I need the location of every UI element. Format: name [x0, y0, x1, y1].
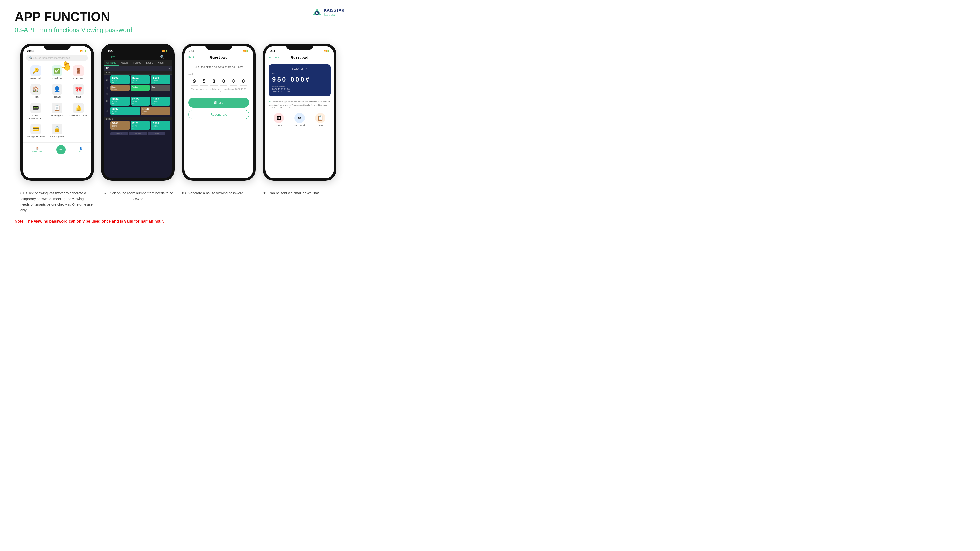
p2-search-icon[interactable]: 🔍 [160, 55, 164, 59]
room-b203[interactable]: B203 100% ■■ [151, 121, 170, 130]
icon-staff[interactable]: 🎀 Staff [68, 82, 89, 100]
pwd-char-3: 0 [210, 77, 218, 86]
icon-label-notification: Notification Center [69, 114, 88, 117]
desc-1: 01. Click "Viewing Password" to generate… [20, 191, 94, 213]
p4-action-copy[interactable]: 📋 Copy [315, 113, 325, 127]
share-icon: 🖼 [274, 113, 284, 123]
icon-box-device: 📟 [30, 103, 41, 113]
icon-label-checkout: Check out [52, 77, 62, 79]
tab-about[interactable]: About [156, 60, 167, 66]
p3-back-btn[interactable]: Back [188, 56, 194, 59]
room-b108[interactable]: B108 100% ■■ [141, 106, 170, 115]
room-b105[interactable]: B105 100% ■■ [131, 97, 150, 106]
icon-label-mgmt: Management card [27, 135, 45, 138]
pwd-char-6: 0 [240, 77, 247, 86]
p4-copy-label: Copy [318, 124, 323, 127]
p3-pwd-label: Pwd: [188, 73, 249, 76]
p3-share-btn[interactable]: Share [188, 98, 249, 108]
p3-validity: The password can only be used once befor… [188, 88, 249, 93]
room-2f-1[interactable]: Exp... Rented [110, 85, 130, 91]
p4-pwd-display: 950 000# [272, 76, 327, 83]
p4-action-email[interactable]: ✉ Send email [294, 113, 305, 127]
floor-row-4f: 4F B104 100% ■■ B105 100% ■■ [103, 96, 172, 106]
icon-tenant[interactable]: 👤 Tenant [46, 82, 67, 100]
icon-lock-upgrade[interactable]: 🔒 Lock upgrade [46, 122, 67, 140]
p3-body: Click the button below to share your pwd… [185, 62, 253, 123]
signal-4: 📶🔋 [324, 50, 329, 52]
desc-3: 03. Generate a house viewing password [182, 191, 256, 213]
p2-add-icon[interactable]: + [167, 55, 169, 59]
room-b102[interactable]: B102 100% ■■ [131, 75, 150, 84]
icon-box-guest: 🔑 [30, 65, 41, 76]
room-b104[interactable]: B104 100% ■■ [110, 97, 130, 106]
pwd-char-2: 5 [200, 77, 208, 86]
p4-header: ← Back Guest pwd [265, 53, 334, 62]
logo-text: KAISSTAR kaisstar [324, 8, 344, 17]
p4-actions: 🖼 Share ✉ Send email 📋 Copy [269, 113, 331, 127]
room-b101[interactable]: B101 100% ■■ [110, 75, 130, 84]
icon-guest-pwd[interactable]: 🔑 Guest pwd [25, 64, 46, 81]
tab-all[interactable]: All status [103, 60, 119, 66]
icon-box-mgmt: 💳 [30, 124, 41, 135]
me-btn[interactable]: 👤 Me [80, 147, 82, 152]
copy-icon: 📋 [315, 113, 325, 123]
room-2f-3[interactable]: Exp... [151, 85, 170, 91]
phone-2: 9:23 📶🔋 ← B▾ 🔍 + All status Vacant Rente… [101, 44, 175, 181]
p2-nav-header: ← B▾ 🔍 + [103, 53, 172, 60]
p4-pwd-card: A-A1-1F-A101 Pwd: 950 000# Validity peri… [269, 64, 331, 96]
no-lock-row: No lock No lock No lock [103, 131, 172, 137]
p4-pwd-label: Pwd: [272, 73, 327, 75]
pwd-char-1: 9 [191, 77, 198, 86]
phone-4: 9:11 📶🔋 ← Back Guest pwd A-A1-1F-A101 Pw… [263, 44, 336, 181]
p4-back-btn[interactable]: ← Back [269, 56, 279, 59]
p4-title: Guest pwd [291, 56, 309, 59]
room-2f-2[interactable]: Rented [131, 85, 150, 91]
page-subtitle: 03-APP main functions Viewing password [15, 26, 342, 34]
icon-device[interactable]: 📟 Device management [25, 101, 46, 121]
icon-label-staff: Staff [76, 96, 81, 98]
icon-box-pending: 📋 [52, 103, 62, 113]
time-1: 21:48 [27, 49, 34, 52]
room-b103[interactable]: B103 100% ■■ [151, 75, 170, 84]
room-b107[interactable]: B107 100% ■■ [110, 106, 140, 115]
icon-box-staff: 🎀 [73, 84, 84, 95]
p2-back[interactable]: ← B▾ [107, 55, 115, 59]
search-bar[interactable]: 🔍 Search for rooms/tenants/devices [26, 55, 88, 61]
room-b202[interactable]: B202 100% ■■ [131, 121, 150, 130]
phone-3: 9:11 📶🔋 Back Guest pwd Click the button … [182, 44, 256, 181]
floor-row-5f: 5F B107 100% ■■ B108 100% ■■ [103, 106, 172, 116]
tab-expire[interactable]: Expire [143, 60, 155, 66]
home-btn[interactable]: 🏠 Home Page [32, 147, 42, 152]
phone-notch-2 [124, 44, 151, 50]
me-label: Me [80, 150, 82, 152]
room-b106[interactable]: B106 100% ■■ [151, 97, 170, 106]
add-button[interactable]: + [56, 145, 66, 154]
icon-label-pending: Pending list [51, 114, 63, 117]
desc-2: 02. Click on the room number that needs … [101, 191, 175, 213]
p4-body: A-A1-1F-A101 Pwd: 950 000# Validity peri… [265, 62, 334, 130]
floor-row-1f: 1F B101 100% ■■ B102 100% ■■ [103, 75, 172, 84]
p3-regen-btn[interactable]: Regenerate [188, 110, 249, 119]
icon-grid: 🔑 Guest pwd ✅ Check out 🤚 🚪 Check out [23, 64, 91, 140]
signal-icons-1: 📶🔋 [80, 50, 87, 52]
icon-notification[interactable]: 🔔 Notification Center [68, 101, 89, 121]
icon-label-device: Device management [26, 114, 45, 119]
svg-text:K: K [316, 11, 318, 14]
room-b201[interactable]: B201 100% ■■ [110, 121, 130, 130]
time-4: 9:11 [270, 49, 275, 52]
icon-pending[interactable]: 📋 Pending list [46, 101, 67, 121]
phone-1: 21:48 📶🔋 🔍 Search for rooms/tenants/devi… [20, 44, 94, 181]
icon-check-out-hand[interactable]: ✅ Check out 🤚 [46, 64, 67, 81]
icon-box-tenant: 👤 [52, 84, 62, 95]
p4-action-share[interactable]: 🖼 Share [274, 113, 284, 127]
icon-box-room: 🏠 [30, 84, 41, 95]
phone-notch-4 [286, 44, 313, 50]
tab-rented[interactable]: Rented [131, 60, 143, 66]
p4-note: ✦ First touch to light up the lock scree… [269, 99, 331, 110]
icon-mgmt-card[interactable]: 💳 Management card [25, 122, 46, 140]
icon-box-lock: 🔒 [52, 124, 62, 135]
p3-header: Back Guest pwd [185, 53, 253, 62]
icon-room[interactable]: 🏠 Room [25, 82, 46, 100]
icon-label-tenant: Tenant [54, 96, 60, 98]
tab-vacant[interactable]: Vacant [119, 60, 131, 66]
